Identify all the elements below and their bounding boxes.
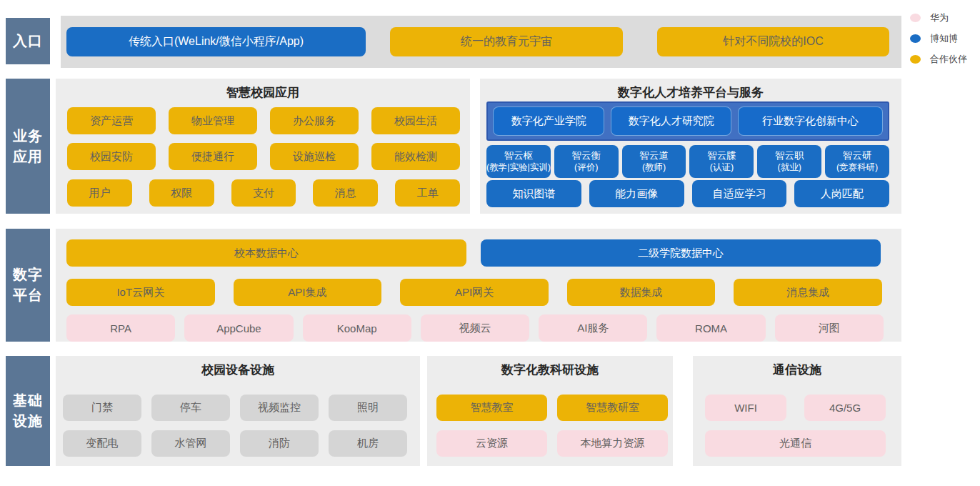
entry-strip: 传统入口(WeLink/微信小程序/App) 统一的教育元宇宙 针对不同院校的I… [61,16,901,68]
communication-node: 4G/5G [804,395,886,421]
campus-equipment-title: 校园设备设施 [56,362,420,378]
rail-platform-label-line1: 数字 [13,264,43,285]
bozhibo-dot-icon [910,34,921,43]
huawei-dot-icon [910,14,921,22]
talent-product-node: 智云衡 (评价) [554,145,619,178]
integration-node: IoT云网关 [66,279,215,306]
legend: 华为 博知博 合作伙伴 [910,7,967,69]
smart-campus-node: 资产运营 [67,107,156,134]
huawei-service-node: ROMA [656,314,765,342]
smart-campus-node: 便捷通行 [169,143,257,170]
talent-product-node: 智云枢 (教学|实验|实训) [486,145,551,178]
partner-dot-icon [910,55,921,64]
smart-campus-node: 办公服务 [270,107,359,134]
legend-item-partner: 合作伙伴 [910,49,967,69]
entry-node-metaverse: 统一的教育元宇宙 [390,27,623,56]
product-sub: (评价) [574,162,598,173]
smart-campus-node: 能效检测 [371,143,460,170]
product-sub: (就业) [778,162,801,173]
communication-node: 光通信 [705,430,886,457]
product-name: 智云道 [639,150,669,162]
product-sub: (教学|实验|实训) [486,162,551,173]
smart-campus-node: 消息 [313,179,378,207]
entry-node-traditional: 传统入口(WeLink/微信小程序/App) [66,27,366,56]
teaching-research-title: 数字化教科研设施 [427,362,673,378]
smart-campus-node: 支付 [231,179,296,207]
product-name: 智云牒 [707,150,736,162]
talent-product-node: 智云道 (教师) [622,145,686,178]
huawei-service-node: 视频云 [421,314,529,342]
teaching-research-node: 本地算力资源 [557,430,668,457]
product-sub: (认证) [710,162,734,173]
smart-campus-node: 权限 [149,179,214,207]
smart-campus-panel: 智慧校园应用 资产运营 物业管理 办公服务 校园生活 校园安防 便捷通行 设施巡… [56,79,470,214]
rail-business: 业务 应用 [6,79,50,214]
huawei-service-node: AI服务 [539,314,647,342]
integration-node: 数据集成 [567,279,716,306]
smart-campus-node: 校园生活 [371,107,460,134]
huawei-service-node: RPA [66,314,175,342]
teaching-research-panel: 数字化教科研设施 智慧教室 智慧教研室 云资源 本地算力资源 [427,356,673,466]
rail-platform: 数字 平台 [6,229,50,342]
rail-infrastructure-label-line1: 基础 [13,390,43,411]
product-sub: (竞赛科研) [836,162,878,173]
legend-label: 合作伙伴 [930,53,967,66]
equipment-node: 变配电 [63,430,141,457]
talent-institute-node: 行业数字化创新中心 [738,106,883,136]
talent-capability-node: 能力画像 [589,180,684,207]
talent-institute-node: 数字化人才研究院 [611,106,731,136]
campus-equipment-panel: 校园设备设施 门禁 停车 视频监控 照明 变配电 水管网 消防 机房 [56,356,420,466]
talent-institute-node: 数字化产业学院 [493,106,604,136]
legend-label: 华为 [930,11,949,24]
smart-campus-node: 工单 [395,179,460,207]
equipment-node: 水管网 [151,430,230,457]
legend-label: 博知博 [930,32,958,45]
huawei-service-node: 河图 [775,314,884,342]
equipment-node: 视频监控 [240,395,319,421]
product-name: 智云衡 [571,150,601,162]
equipment-node: 消防 [240,430,319,457]
legend-item-bozhibo: 博知博 [910,28,967,49]
communication-panel: 通信设施 WIFI 4G/5G 光通信 [693,356,901,466]
smart-campus-node: 校园安防 [67,143,156,170]
product-name: 智云职 [775,150,804,162]
rail-infrastructure: 基础 设施 [6,356,50,466]
rail-business-label-line1: 业务 [13,126,43,147]
digital-platform-panel: 校本数据中心 二级学院数据中心 IoT云网关 API集成 API网关 数据集成 … [56,229,901,342]
rail-infrastructure-label-line2: 设施 [13,411,43,432]
teaching-research-node: 智慧教室 [436,395,547,421]
data-center-node: 二级学院数据中心 [481,239,881,267]
teaching-research-node: 智慧教研室 [557,395,668,421]
equipment-node: 照明 [329,395,407,421]
talent-product-node: 智云研 (竞赛科研) [825,145,889,178]
teaching-research-node: 云资源 [436,430,547,457]
rail-entry-label: 入口 [13,31,43,51]
equipment-node: 机房 [329,430,407,457]
communication-title: 通信设施 [693,362,901,378]
smart-campus-node: 用户 [67,179,132,207]
talent-product-node: 智云牒 (认证) [689,145,754,178]
huawei-service-node: KooMap [303,314,411,342]
talent-product-node: 智云职 (就业) [757,145,821,178]
talent-capability-node: 知识图谱 [486,180,581,207]
product-sub: (教师) [642,162,666,173]
equipment-node: 门禁 [63,395,141,421]
talent-capability-node: 人岗匹配 [794,180,889,207]
talent-panel: 数字化人才培养平台与服务 数字化产业学院 数字化人才研究院 行业数字化创新中心 … [480,79,901,214]
rail-platform-label-line2: 平台 [13,285,43,306]
equipment-node: 停车 [151,395,230,421]
huawei-service-node: AppCube [184,314,293,342]
entry-node-ioc: 针对不同院校的IOC [657,27,889,56]
smart-campus-title: 智慧校园应用 [56,84,470,101]
integration-node: API网关 [400,279,549,306]
product-name: 智云研 [843,150,872,162]
integration-node: 消息集成 [734,279,882,306]
integration-node: API集成 [234,279,382,306]
talent-title: 数字化人才培养平台与服务 [480,84,901,101]
data-center-node: 校本数据中心 [66,239,466,267]
smart-campus-node: 物业管理 [169,107,257,134]
rail-business-label-line2: 应用 [13,147,43,167]
talent-capability-node: 自适应学习 [692,180,787,207]
legend-item-huawei: 华为 [910,7,967,28]
smart-campus-node: 设施巡检 [270,143,359,170]
